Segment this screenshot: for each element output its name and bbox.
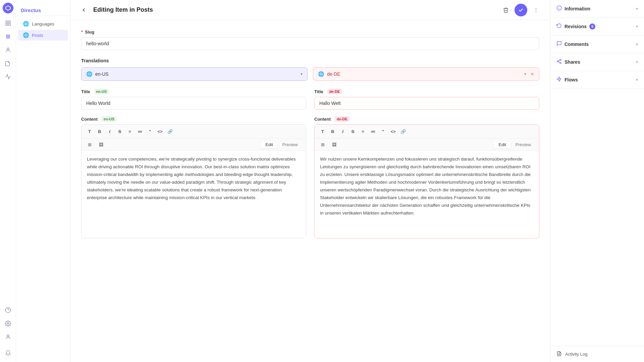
svg-point-10: [536, 11, 536, 12]
user-profile-icon-btn[interactable]: [2, 330, 14, 343]
toolbar-de-bold-btn[interactable]: B: [328, 127, 337, 136]
editor-de-body[interactable]: Wir nutzen unsere Kernkompetenzen und fo…: [315, 151, 539, 238]
sidebar-item-label-languages: Languages: [32, 21, 54, 26]
editor-de: T B I S ≡ ≔ " <> 🔗 ⊞ 🖼: [314, 124, 539, 238]
back-button[interactable]: [78, 5, 89, 15]
slug-input[interactable]: [81, 37, 539, 50]
sidebar-item-posts[interactable]: 🌐 Posts: [18, 30, 68, 41]
toolbar-code-btn[interactable]: <>: [155, 127, 165, 136]
en-column: Title en-US Content en-US T B: [81, 89, 306, 245]
translations-row: 🌐 en-US ▾ 🌐 de-DE ▾ ✕: [81, 67, 539, 81]
users-icon-btn[interactable]: [2, 44, 14, 56]
content-en-field-group: Content en-US T B I S ≡ ≔ " <>: [81, 116, 306, 238]
shares-title: Shares: [556, 59, 580, 65]
toolbar-de-image-btn[interactable]: 🖼: [329, 140, 339, 149]
slug-required-marker: *: [81, 29, 83, 35]
files-icon-btn[interactable]: [2, 57, 14, 70]
edit-tab-de[interactable]: Edit: [494, 141, 511, 148]
svg-rect-0: [6, 21, 7, 22]
sidebar-item-languages[interactable]: 🌐 Languages: [18, 18, 68, 29]
activity-log-section[interactable]: Activity Log: [550, 346, 644, 362]
title-de-label: Title de-DE: [314, 89, 539, 94]
brand-logo[interactable]: [3, 3, 13, 13]
edit-tab-en[interactable]: Edit: [261, 141, 277, 148]
preview-tab-de[interactable]: Preview: [511, 141, 536, 148]
flows-header[interactable]: Flows ▾: [550, 71, 644, 88]
right-panel: Information ▾ Revisions 9 ▾ Comments: [550, 0, 644, 362]
lang-selector-en[interactable]: 🌐 en-US ▾: [81, 67, 308, 81]
header-actions: [500, 4, 542, 16]
toolbar-de-text-btn[interactable]: T: [318, 127, 327, 136]
svg-point-16: [560, 62, 561, 64]
lang-selector-de[interactable]: 🌐 de-DE ▾ ✕: [313, 67, 539, 81]
title-en-field-group: Title en-US: [81, 89, 306, 110]
languages-icon: 🌐: [23, 21, 29, 27]
revisions-header[interactable]: Revisions 9 ▾: [550, 18, 644, 35]
toolbar-image-btn[interactable]: 🖼: [96, 140, 106, 149]
settings-icon-btn[interactable]: [2, 317, 14, 330]
comments-header[interactable]: Comments ▾: [550, 36, 644, 53]
more-options-button[interactable]: [530, 4, 542, 16]
activity-log-icon: [556, 351, 562, 357]
en-flag-icon: 🌐: [86, 71, 93, 77]
title-de-tag: de-DE: [327, 89, 342, 94]
editor-en-toolbar: T B I S ≡ ≔ " <> 🔗: [82, 125, 306, 138]
help-icon-btn[interactable]: [2, 304, 14, 316]
content-de-label: Content de-DE: [314, 116, 539, 122]
shares-header[interactable]: Shares ▾: [550, 53, 644, 71]
notifications-icon-btn[interactable]: [2, 347, 14, 359]
toolbar-blockquote-btn[interactable]: ": [145, 127, 155, 136]
edit-preview-tabs-en: Edit Preview: [261, 141, 303, 148]
flows-section: Flows ▾: [550, 71, 644, 89]
main-area: Editing Item in Posts * Slug Translation…: [70, 0, 550, 362]
information-header[interactable]: Information ▾: [550, 0, 644, 17]
toolbar-table-btn[interactable]: ⊞: [85, 140, 94, 149]
title-de-input[interactable]: [314, 97, 539, 110]
flows-icon: [556, 76, 562, 83]
comments-title: Comments: [556, 41, 589, 48]
toolbar-de-code-btn[interactable]: <>: [388, 127, 398, 136]
toolbar-de-blockquote-btn[interactable]: ": [378, 127, 388, 136]
title-en-input[interactable]: [81, 97, 306, 110]
collections-icon-btn[interactable]: [2, 30, 14, 43]
toolbar-link-btn[interactable]: 🔗: [165, 127, 175, 136]
toolbar-de-ol-btn[interactable]: ≔: [368, 127, 378, 136]
svg-point-4: [7, 48, 9, 50]
toolbar-de-ul-btn[interactable]: ≡: [358, 127, 368, 136]
toolbar-ul-btn[interactable]: ≡: [125, 127, 135, 136]
de-flag-icon: 🌐: [318, 71, 324, 77]
svg-line-18: [558, 60, 560, 61]
toolbar-italic-btn[interactable]: I: [105, 127, 114, 136]
toolbar-strikethrough-btn[interactable]: S: [115, 127, 124, 136]
sidebar-icon-column: [0, 0, 16, 362]
content-en-label: Content en-US: [81, 116, 306, 122]
lang-en-chevron-icon: ▾: [301, 72, 303, 76]
toolbar-ol-btn[interactable]: ≔: [135, 127, 145, 136]
flows-title: Flows: [556, 76, 578, 83]
slug-field-group: * Slug: [81, 29, 539, 50]
svg-rect-2: [6, 24, 7, 25]
lang-de-close-icon[interactable]: ✕: [530, 71, 534, 77]
activity-log-label: Activity Log: [565, 352, 587, 357]
toolbar-text-btn[interactable]: T: [85, 127, 94, 136]
svg-marker-19: [557, 77, 561, 81]
preview-tab-en[interactable]: Preview: [278, 141, 303, 148]
content-grid: Title en-US Content en-US T B: [81, 89, 539, 245]
svg-point-7: [7, 335, 9, 337]
toolbar-de-link-btn[interactable]: 🔗: [398, 127, 408, 136]
toolbar-de-strikethrough-btn[interactable]: S: [348, 127, 358, 136]
editor-en: T B I S ≡ ≔ " <> 🔗 ⊞ 🖼: [81, 124, 306, 238]
comments-section: Comments ▾: [550, 36, 644, 53]
comments-chevron-icon: ▾: [636, 42, 638, 47]
revisions-chevron-icon: ▾: [636, 24, 638, 29]
toolbar-de-table-btn[interactable]: ⊞: [318, 140, 327, 149]
toolbar-bold-btn[interactable]: B: [95, 127, 104, 136]
home-icon-btn[interactable]: [2, 17, 14, 29]
save-button[interactable]: [515, 4, 527, 16]
shares-section: Shares ▾: [550, 53, 644, 71]
insights-icon-btn[interactable]: [2, 70, 14, 83]
toolbar-de-italic-btn[interactable]: I: [338, 127, 347, 136]
editor-en-body[interactable]: Leveraging our core competencies, we're …: [82, 151, 306, 238]
delete-button[interactable]: [500, 4, 512, 16]
comments-icon: [556, 41, 562, 48]
